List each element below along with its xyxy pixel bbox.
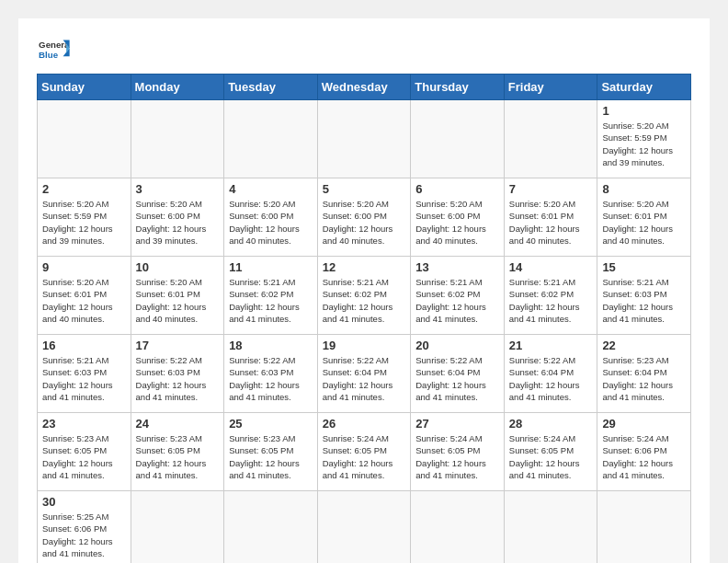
day-number: 22 — [602, 339, 686, 352]
week-row-4: 16Sunrise: 5:21 AMSunset: 6:03 PMDayligh… — [38, 335, 691, 413]
day-number: 9 — [42, 260, 126, 274]
calendar-cell: 28Sunrise: 5:24 AMSunset: 6:05 PMDayligh… — [504, 413, 597, 491]
day-number: 19 — [323, 339, 406, 352]
logo-icon: General Blue — [37, 37, 70, 64]
day-number: 6 — [415, 182, 499, 196]
day-number: 14 — [509, 260, 593, 274]
day-number: 30 — [42, 495, 126, 509]
day-number: 25 — [229, 417, 313, 431]
day-number: 8 — [602, 182, 686, 196]
calendar-cell: 1Sunrise: 5:20 AMSunset: 5:59 PMDaylight… — [597, 100, 691, 178]
calendar-cell: 21Sunrise: 5:22 AMSunset: 6:04 PMDayligh… — [504, 335, 597, 413]
day-info: Sunrise: 5:24 AMSunset: 6:05 PMDaylight:… — [509, 432, 593, 481]
calendar-cell: 30Sunrise: 5:25 AMSunset: 6:06 PMDayligh… — [38, 491, 131, 564]
day-number: 21 — [509, 339, 593, 352]
calendar-cell: 29Sunrise: 5:24 AMSunset: 6:06 PMDayligh… — [597, 413, 691, 491]
calendar-cell: 11Sunrise: 5:21 AMSunset: 6:02 PMDayligh… — [224, 257, 318, 335]
calendar-cell — [317, 491, 411, 564]
calendar-cell: 4Sunrise: 5:20 AMSunset: 6:00 PMDaylight… — [224, 178, 318, 257]
day-number: 28 — [509, 417, 593, 431]
calendar-cell: 20Sunrise: 5:22 AMSunset: 6:04 PMDayligh… — [411, 335, 505, 413]
day-number: 18 — [229, 339, 313, 352]
calendar-cell: 9Sunrise: 5:20 AMSunset: 6:01 PMDaylight… — [38, 257, 131, 335]
calendar-cell — [131, 100, 224, 178]
day-info: Sunrise: 5:20 AMSunset: 6:00 PMDaylight:… — [415, 198, 499, 247]
day-info: Sunrise: 5:24 AMSunset: 6:06 PMDaylight:… — [602, 432, 686, 481]
week-row-2: 2Sunrise: 5:20 AMSunset: 5:59 PMDaylight… — [38, 178, 691, 257]
day-info: Sunrise: 5:20 AMSunset: 5:59 PMDaylight:… — [42, 198, 126, 247]
calendar-cell: 24Sunrise: 5:23 AMSunset: 6:05 PMDayligh… — [131, 413, 224, 491]
weekday-header-monday: Monday — [131, 75, 224, 100]
day-info: Sunrise: 5:22 AMSunset: 6:04 PMDaylight:… — [415, 354, 499, 403]
day-info: Sunrise: 5:22 AMSunset: 6:03 PMDaylight:… — [229, 354, 313, 403]
day-info: Sunrise: 5:22 AMSunset: 6:04 PMDaylight:… — [509, 354, 593, 403]
calendar-cell: 18Sunrise: 5:22 AMSunset: 6:03 PMDayligh… — [224, 335, 318, 413]
weekday-header-tuesday: Tuesday — [224, 75, 318, 100]
calendar-cell: 25Sunrise: 5:23 AMSunset: 6:05 PMDayligh… — [224, 413, 318, 491]
logo: General Blue — [37, 37, 70, 64]
weekday-header-friday: Friday — [504, 75, 597, 100]
calendar-cell — [317, 100, 411, 178]
calendar-cell: 17Sunrise: 5:22 AMSunset: 6:03 PMDayligh… — [131, 335, 224, 413]
calendar-cell: 2Sunrise: 5:20 AMSunset: 5:59 PMDaylight… — [38, 178, 131, 257]
week-row-5: 23Sunrise: 5:23 AMSunset: 6:05 PMDayligh… — [38, 413, 691, 491]
day-number: 27 — [415, 417, 499, 431]
calendar-cell — [504, 100, 597, 178]
week-row-1: 1Sunrise: 5:20 AMSunset: 5:59 PMDaylight… — [38, 100, 691, 178]
header: General Blue — [37, 37, 691, 64]
day-info: Sunrise: 5:21 AMSunset: 6:03 PMDaylight:… — [42, 354, 126, 403]
day-number: 15 — [602, 260, 686, 274]
week-row-3: 9Sunrise: 5:20 AMSunset: 6:01 PMDaylight… — [38, 257, 691, 335]
day-info: Sunrise: 5:20 AMSunset: 6:01 PMDaylight:… — [42, 276, 126, 325]
calendar-cell: 14Sunrise: 5:21 AMSunset: 6:02 PMDayligh… — [504, 257, 597, 335]
day-info: Sunrise: 5:20 AMSunset: 6:01 PMDaylight:… — [136, 276, 220, 325]
weekday-header-thursday: Thursday — [411, 75, 505, 100]
day-number: 13 — [415, 260, 499, 274]
calendar-cell: 26Sunrise: 5:24 AMSunset: 6:05 PMDayligh… — [317, 413, 411, 491]
day-info: Sunrise: 5:21 AMSunset: 6:02 PMDaylight:… — [415, 276, 499, 325]
calendar-cell: 5Sunrise: 5:20 AMSunset: 6:00 PMDaylight… — [317, 178, 411, 257]
calendar-cell: 19Sunrise: 5:22 AMSunset: 6:04 PMDayligh… — [317, 335, 411, 413]
calendar-cell: 8Sunrise: 5:20 AMSunset: 6:01 PMDaylight… — [597, 178, 691, 257]
day-info: Sunrise: 5:21 AMSunset: 6:02 PMDaylight:… — [229, 276, 313, 325]
day-number: 20 — [415, 339, 499, 352]
weekday-header-row: SundayMondayTuesdayWednesdayThursdayFrid… — [38, 75, 691, 100]
calendar-cell — [224, 100, 318, 178]
day-info: Sunrise: 5:23 AMSunset: 6:05 PMDaylight:… — [136, 432, 220, 481]
day-number: 3 — [136, 182, 220, 196]
day-info: Sunrise: 5:23 AMSunset: 6:05 PMDaylight:… — [229, 432, 313, 481]
calendar-cell — [38, 100, 131, 178]
day-info: Sunrise: 5:23 AMSunset: 6:04 PMDaylight:… — [602, 354, 686, 403]
day-number: 4 — [229, 182, 313, 196]
day-number: 17 — [136, 339, 220, 352]
day-info: Sunrise: 5:22 AMSunset: 6:04 PMDaylight:… — [323, 354, 406, 403]
calendar-cell: 6Sunrise: 5:20 AMSunset: 6:00 PMDaylight… — [411, 178, 505, 257]
calendar-cell: 12Sunrise: 5:21 AMSunset: 6:02 PMDayligh… — [317, 257, 411, 335]
day-number: 12 — [323, 260, 406, 274]
day-number: 23 — [42, 417, 126, 431]
day-info: Sunrise: 5:22 AMSunset: 6:03 PMDaylight:… — [136, 354, 220, 403]
calendar-cell: 23Sunrise: 5:23 AMSunset: 6:05 PMDayligh… — [38, 413, 131, 491]
day-number: 1 — [602, 104, 686, 118]
day-number: 24 — [136, 417, 220, 431]
calendar-cell — [224, 491, 318, 564]
calendar-cell: 22Sunrise: 5:23 AMSunset: 6:04 PMDayligh… — [597, 335, 691, 413]
day-info: Sunrise: 5:20 AMSunset: 6:01 PMDaylight:… — [509, 198, 593, 247]
day-info: Sunrise: 5:21 AMSunset: 6:02 PMDaylight:… — [509, 276, 593, 325]
day-number: 11 — [229, 260, 313, 274]
svg-text:Blue: Blue — [39, 50, 59, 60]
calendar-cell — [597, 491, 691, 564]
day-number: 29 — [602, 417, 686, 431]
day-info: Sunrise: 5:21 AMSunset: 6:02 PMDaylight:… — [323, 276, 406, 325]
calendar-cell — [411, 100, 505, 178]
weekday-header-saturday: Saturday — [597, 75, 691, 100]
day-number: 10 — [136, 260, 220, 274]
calendar-cell — [504, 491, 597, 564]
calendar-cell: 27Sunrise: 5:24 AMSunset: 6:05 PMDayligh… — [411, 413, 505, 491]
day-info: Sunrise: 5:20 AMSunset: 6:01 PMDaylight:… — [602, 198, 686, 247]
day-info: Sunrise: 5:20 AMSunset: 6:00 PMDaylight:… — [136, 198, 220, 247]
week-row-6: 30Sunrise: 5:25 AMSunset: 6:06 PMDayligh… — [38, 491, 691, 564]
day-number: 16 — [42, 339, 126, 352]
calendar-cell: 15Sunrise: 5:21 AMSunset: 6:03 PMDayligh… — [597, 257, 691, 335]
calendar-cell: 16Sunrise: 5:21 AMSunset: 6:03 PMDayligh… — [38, 335, 131, 413]
